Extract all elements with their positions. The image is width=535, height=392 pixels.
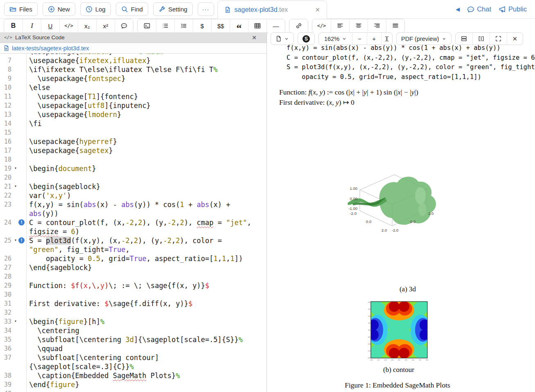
line-number: 11 <box>4 92 11 101</box>
code-editor[interactable]: 6\usepackage{amsmath} % math7\usepackage… <box>0 54 266 392</box>
code-line-25[interactable]: 25▾!S = plot3d(f(x,y), (x,-2,2), (y,-2,2… <box>0 236 266 254</box>
fmt-italic-button[interactable]: I <box>23 19 41 33</box>
public-button[interactable]: Public <box>499 5 527 13</box>
pdf-page[interactable]: f(x,y) = sin(abs(x) - abs(y)) * cos(1 + … <box>269 45 535 392</box>
gutter: 28 <box>0 272 26 281</box>
code-line-40[interactable]: 40 <box>0 389 266 392</box>
display-math-glyph: $$ <box>217 23 224 29</box>
code-line-14[interactable]: 14\fi <box>0 119 266 128</box>
line-content: \if\ifxetex T\else\ifluatex T\else F\fi\… <box>26 65 261 74</box>
line-number: 34 <box>4 326 11 335</box>
code-line-15[interactable]: 15 <box>0 128 266 137</box>
code-line-19[interactable]: 19▾\begin{document} <box>0 164 266 173</box>
fmt-code-block-button[interactable]: </> <box>312 19 331 33</box>
code-line-10[interactable]: 10\else <box>0 83 266 92</box>
line-number: 9 <box>8 74 11 83</box>
toolbar-button-log[interactable]: Log <box>80 2 111 16</box>
find-label: Find <box>131 6 143 13</box>
fmt-align-left-button[interactable] <box>331 19 349 33</box>
code-line-11[interactable]: 11 \usepackage[T1]{fontenc} <box>0 92 266 101</box>
fmt-bold-button[interactable]: B <box>4 19 23 33</box>
fmt-inline-math-button[interactable]: $ <box>193 19 211 33</box>
tab-close-button[interactable]: ✕ <box>315 7 320 13</box>
fmt-terminal-button[interactable] <box>138 19 156 33</box>
code-line-7[interactable]: 7\usepackage{ifxetex,ifluatex} <box>0 56 266 65</box>
fold-arrow-icon[interactable]: ▾ <box>14 236 17 245</box>
pdf-code-line: C = contour_plot(f, (x,-2,2), (y,-2,2), … <box>287 53 535 63</box>
source-panel-close-button[interactable]: ✕ <box>252 34 257 41</box>
fmt-table-button[interactable] <box>248 19 266 33</box>
svg-text:-1.5: -1.5 <box>377 359 380 361</box>
chat-button[interactable]: Chat <box>467 5 491 13</box>
fmt-numbered-list-button[interactable] <box>174 19 193 33</box>
tab-sagetex-plot3d[interactable]: sagetex-plot3d.tex ✕ <box>217 0 327 19</box>
fmt-align-center-button[interactable] <box>349 19 368 33</box>
more-button[interactable]: ··· <box>198 2 214 16</box>
toolbar-button-setting[interactable]: Setting <box>153 2 193 16</box>
underline-glyph: U <box>48 23 53 29</box>
code-line-8[interactable]: 8\if\ifxetex T\else\ifluatex T\else F\fi… <box>0 65 266 74</box>
warning-icon[interactable]: ! <box>18 237 25 243</box>
code-line-9[interactable]: 9 \usepackage{fontspec} <box>0 74 266 83</box>
fmt-superscript-button[interactable]: x² <box>96 19 115 33</box>
code-line-36[interactable]: 36 \qquad <box>0 344 266 353</box>
code-line-38[interactable]: 38 \caption{Embedded SageMath Plots}% <box>0 371 266 380</box>
code-line-13[interactable]: 13 \usepackage{lmodern} <box>0 110 266 119</box>
line-number: 33 <box>4 317 11 326</box>
fold-arrow-icon[interactable]: ▾ <box>14 182 17 191</box>
svg-text:0.0: 0.0 <box>368 329 370 331</box>
code-line-17[interactable]: 17\usepackage{sagetex} <box>0 146 266 155</box>
fmt-link-button[interactable] <box>289 19 308 33</box>
fmt-horizontal-rule-button[interactable]: — <box>266 19 285 33</box>
code-line-32[interactable]: 32 <box>0 308 266 317</box>
fmt-comment-button[interactable] <box>115 19 133 33</box>
toolbar-button-files[interactable]: Files <box>4 2 38 16</box>
pdf-verbatim-code: f(x,y) = sin(abs(x) - abs(y)) * cos(1 + … <box>287 43 535 82</box>
code-line-12[interactable]: 12 \usepackage[utf8]{inputenc} <box>0 101 266 110</box>
fmt-align-right-button[interactable] <box>368 19 386 33</box>
toolbar-button-new[interactable]: New <box>43 2 75 16</box>
toolbar-button-find[interactable]: Find <box>116 2 148 16</box>
code-line-22[interactable]: 22var('x,y') <box>0 191 266 200</box>
code-line-26[interactable]: 26 opacity = 0.5, grid=True, aspect_rati… <box>0 254 266 263</box>
figure-caption: Figure 1: Embedded SageMath Plots <box>291 381 504 390</box>
gutter: 8 <box>0 65 26 74</box>
fold-arrow-icon[interactable]: ▾ <box>14 317 17 326</box>
code-line-28[interactable]: 28 <box>0 272 266 281</box>
code-line-18[interactable]: 18 <box>0 155 266 164</box>
pdf-function-text: Function: f(x, y) := cos (|x| + |y| + 1)… <box>279 87 418 108</box>
fmt-inline-code-button[interactable]: </> <box>59 19 78 33</box>
code-line-35[interactable]: 35 \subfloat[\centering 3d]{\sageplot[sc… <box>0 335 266 344</box>
fullscreen-icon <box>495 36 501 42</box>
code-line-23[interactable]: 23f(x,y) = sin(abs(x) - abs(y)) * cos(1 … <box>0 200 266 218</box>
code-line-30[interactable]: 30 <box>0 290 266 299</box>
collapse-panel-icon[interactable]: ◀ <box>456 6 460 12</box>
code-line-39[interactable]: 39\end{figure} <box>0 380 266 389</box>
line-number: 17 <box>4 146 11 155</box>
superscript-glyph: x² <box>103 23 108 29</box>
fmt-bullet-list-button[interactable] <box>156 19 174 33</box>
code-line-16[interactable]: 16\usepackage{hyperref} <box>0 137 266 146</box>
warning-icon[interactable]: ! <box>18 219 25 225</box>
code-line-37[interactable]: 37 \subfloat[\centering contour] {\sagep… <box>0 353 266 371</box>
gutter: 25▾! <box>0 236 26 254</box>
code-line-31[interactable]: 31First derivative: $\sage{f.diff(x, y)}… <box>0 299 266 308</box>
code-line-33[interactable]: 33▾\begin{figure}[h]% <box>0 317 266 326</box>
fmt-subscript-button[interactable]: x₂ <box>78 19 96 33</box>
code-line-34[interactable]: 34 \centering <box>0 326 266 335</box>
code-line-29[interactable]: 29Function: $f(x,\,y)\; := \; \sage{f(x,… <box>0 281 266 290</box>
source-panel-header: </> LaTeX Source Code ✕ <box>0 32 266 43</box>
code-line-24[interactable]: 24!C = contour_plot(f, (x,-2,2), (y,-2,2… <box>0 218 266 236</box>
code-line-20[interactable]: 20 <box>0 173 266 182</box>
fmt-display-math-button[interactable]: $$ <box>211 19 230 33</box>
fold-arrow-icon[interactable]: ▾ <box>14 164 17 173</box>
fmt-justify-button[interactable] <box>386 19 404 33</box>
format-group <box>289 19 308 33</box>
svg-text:2.0: 2.0 <box>381 228 387 232</box>
fmt-blockquote-button[interactable]: “ <box>230 19 248 33</box>
fit-height-icon <box>384 36 390 42</box>
code-line-21[interactable]: 21▾\begin{sageblock} <box>0 182 266 191</box>
code-line-27[interactable]: 27\end{sageblock} <box>0 263 266 272</box>
breadcrumb[interactable]: latex-tests/sagetex-plot3d.tex <box>0 43 266 54</box>
fmt-underline-button[interactable]: U <box>41 19 59 33</box>
